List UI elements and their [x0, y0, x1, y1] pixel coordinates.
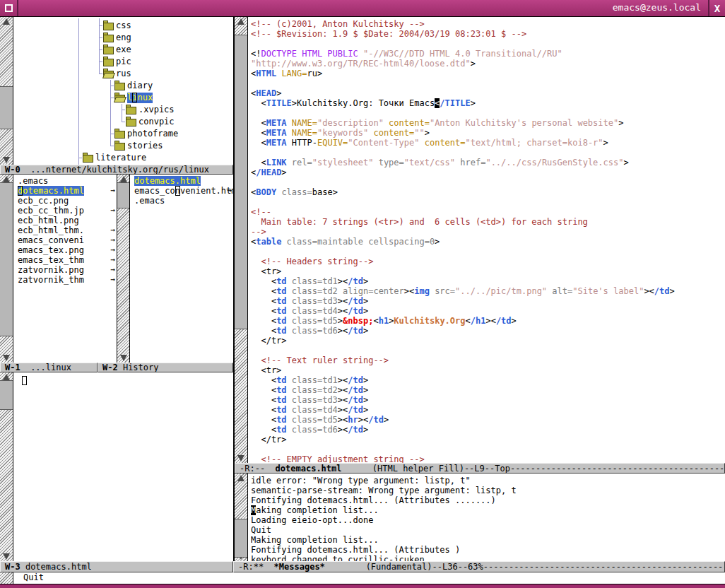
message-line[interactable]: Fontifying dotemacs.html... (Attributes …	[251, 495, 725, 505]
scrollbar-arrow-dn-icon[interactable]	[3, 355, 10, 361]
scrollbar-messages[interactable]	[235, 474, 248, 561]
scrollbar-thumb[interactable]	[235, 35, 247, 329]
code-line[interactable]	[251, 177, 725, 187]
message-line[interactable]: semantic-parse-stream: Wrong type argume…	[251, 486, 725, 495]
scrollbar-sources[interactable]	[0, 175, 13, 363]
code-line[interactable]: <tr>	[251, 266, 725, 276]
code-line[interactable]: <td class=td4></td>	[251, 306, 725, 316]
tree-item-literature[interactable]: literature	[13, 152, 233, 164]
scrollbar-thumb[interactable]	[0, 182, 13, 336]
file-item-emacs_tex_thm[interactable]: emacs_tex_thm→	[13, 255, 117, 265]
code-line[interactable]: <!-- Text ruler string-->	[251, 355, 725, 365]
file-item-dotemacs.html[interactable]: dotemacs.html→	[13, 186, 117, 196]
minibuffer[interactable]: Quit	[0, 572, 725, 584]
code-line[interactable]: <LINK rel="stylesheet" type="text/css" h…	[251, 158, 725, 167]
tree-item-pic[interactable]: pic	[13, 56, 233, 68]
code-line[interactable]: <td class=td5>&nbsp;<h1>Kulchitsky.Org</…	[251, 316, 725, 326]
message-line[interactable]: idle error: "Wrong type argument: listp,…	[251, 476, 725, 486]
message-line[interactable]: keybord changed to cyrillic-jcuken	[251, 555, 725, 561]
code-line[interactable]: <META NAME="keywords" content="">	[251, 128, 725, 138]
file-item-zatvornik_thm[interactable]: zatvornik_thm→	[13, 275, 117, 285]
scrollbar-arrow-up-icon[interactable]	[237, 475, 244, 481]
code-line[interactable]: <td class=td6></td>	[251, 326, 725, 336]
code-line[interactable]	[251, 78, 725, 88]
message-line[interactable]: Making completion list...	[251, 535, 725, 545]
file-item-ecb_cc.png[interactable]: ecb_cc.png	[13, 196, 117, 206]
file-item-ecb_cc_thm.jp[interactable]: ecb_cc_thm.jp→	[13, 206, 117, 216]
tree-item-css[interactable]: css	[13, 20, 233, 32]
code-line[interactable]: <HEAD>	[251, 88, 725, 98]
scrollbar-arrow-up-icon[interactable]	[3, 374, 10, 380]
code-line[interactable]: <!-- (c)2001, Anton Kulchitsky -->	[251, 19, 725, 29]
code-line[interactable]	[251, 197, 725, 207]
code-line[interactable]: Main table: 7 strings (<tr>) and 6 cells…	[251, 217, 725, 227]
window-menu-button[interactable]	[0, 0, 18, 16]
code-line[interactable]: <td class=td5><hr></td>	[251, 415, 725, 425]
scrollbar-thumb[interactable]	[117, 182, 129, 208]
tree-item-rus[interactable]: rus	[13, 68, 233, 80]
messages-buffer[interactable]: idle error: "Wrong type argument: listp,…	[248, 474, 725, 561]
message-line[interactable]: Quit	[251, 525, 725, 535]
code-line[interactable]: <td class=td4></td>	[251, 405, 725, 415]
code-line[interactable]: <!-- $Revision: 1.9 $ $Date: 2004/03/19 …	[251, 29, 725, 39]
scrollbar-thumb[interactable]	[0, 86, 13, 129]
scrollbar-code[interactable]	[235, 17, 248, 463]
message-line[interactable]: Making completion list...	[251, 505, 725, 515]
code-line[interactable]: <td class=td2 align=center><img src="../…	[251, 286, 725, 296]
code-line[interactable]: <META NAME="description" content="Anton …	[251, 118, 725, 128]
code-line[interactable]: <HTML LANG=ru>	[251, 69, 725, 78]
scrollbar-directories[interactable]	[0, 17, 13, 165]
file-item-ecb_html.png[interactable]: ecb_html.png	[13, 216, 117, 225]
code-line[interactable]: <!-- EMPTY adjustment string -->	[251, 454, 725, 463]
message-line[interactable]: Fontifying dotemacs.html... (Attributes …	[251, 545, 725, 555]
scrollbar-arrow-up-icon[interactable]	[237, 18, 244, 25]
tree-item-diary[interactable]: diary	[13, 80, 233, 92]
file-item-emacs_convenient.html[interactable]: emacs_convenient.html→	[130, 186, 233, 196]
code-line[interactable]: <td class=td1></td>	[251, 276, 725, 286]
code-buffer[interactable]: <!-- (c)2001, Anton Kulchitsky --><!-- $…	[248, 17, 725, 463]
file-item-.emacs[interactable]: .emacs	[13, 176, 117, 186]
tree-item-stories[interactable]: stories	[13, 140, 233, 152]
file-item-emacs_tex.png[interactable]: emacs_tex.png→	[13, 245, 117, 255]
methods-buffer[interactable]	[13, 372, 233, 561]
tree-item-convpic[interactable]: convpic	[13, 116, 233, 128]
code-line[interactable]: <td class=td1></td>	[251, 375, 725, 385]
scrollbar-methods[interactable]	[0, 372, 13, 561]
scrollbar-arrow-dn-icon[interactable]	[3, 157, 10, 163]
tree-item-eng[interactable]: eng	[13, 32, 233, 44]
scrollbar-arrow-up-icon[interactable]	[3, 18, 10, 25]
code-line[interactable]	[251, 346, 725, 355]
file-item-emacs_conveni[interactable]: emacs_conveni→	[13, 235, 117, 245]
code-line[interactable]	[251, 445, 725, 454]
scrollbar-thumb[interactable]	[0, 380, 13, 411]
code-line[interactable]: <TITLE>Kulchitsky.Org: Точки Emacs</TITL…	[251, 98, 725, 108]
code-line[interactable]: <td class=td3></td>	[251, 395, 725, 405]
tree-item-linux[interactable]: linux	[13, 92, 233, 104]
code-line[interactable]: <!-- Headers string-->	[251, 257, 725, 266]
code-line[interactable]: -->	[251, 227, 725, 237]
code-line[interactable]: <td class=td2></td>	[251, 385, 725, 395]
code-line[interactable]: <td class=td3></td>	[251, 296, 725, 306]
history-list[interactable]: dotemacs.htmlemacs_convenient.html→.emac…	[130, 175, 233, 363]
code-line[interactable]: <META HTTP-EQUIV="Content-Type" content=…	[251, 138, 725, 148]
code-line[interactable]: "http://www.w3.org/TR/REC-html40/loose.d…	[251, 59, 725, 69]
tree-item-.xvpics[interactable]: .xvpics	[13, 104, 233, 116]
scrollbar-history[interactable]	[117, 175, 130, 363]
scrollbar-arrow-dn-icon[interactable]	[3, 553, 10, 560]
tree-item-clipped[interactable]	[13, 164, 233, 165]
code-line[interactable]: </tr>	[251, 336, 725, 346]
code-line[interactable]: <BODY class=base>	[251, 187, 725, 197]
code-line[interactable]: <table class=maintable cellspacing=0>	[251, 237, 725, 247]
message-line[interactable]: Loading eieio-opt...done	[251, 515, 725, 525]
file-item-.emacs[interactable]: .emacs	[130, 196, 233, 206]
code-line[interactable]	[251, 148, 725, 158]
code-line[interactable]	[251, 108, 725, 118]
tree-item-exe[interactable]: exe	[13, 44, 233, 56]
file-item-zatvornik.png[interactable]: zatvornik.png→	[13, 265, 117, 275]
code-line[interactable]: <td class=td6></td>	[251, 425, 725, 435]
file-item-ecb_html_thm.[interactable]: ecb_html_thm.→	[13, 225, 117, 235]
scrollbar-thumb[interactable]	[235, 519, 247, 558]
code-line[interactable]: <!DOCTYPE HTML PUBLIC "-//W3C//DTD HTML …	[251, 49, 725, 59]
code-line[interactable]: <tr>	[251, 365, 725, 375]
code-line[interactable]	[251, 247, 725, 257]
